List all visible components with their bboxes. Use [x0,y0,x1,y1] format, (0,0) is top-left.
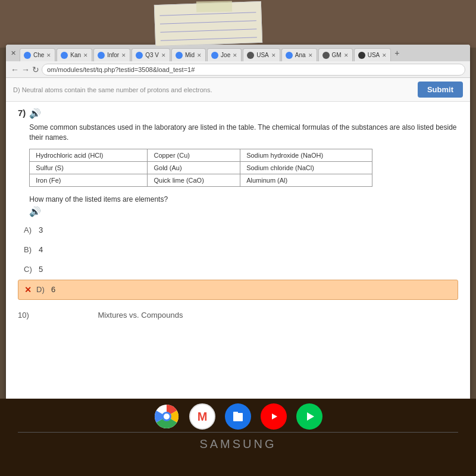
svg-rect-3 [233,413,243,421]
tab-label-ana: Ana [295,52,306,58]
tab-ana[interactable]: Ana ✕ [281,48,317,61]
table-row: Iron (Fe) Quick lime (CaO) Aluminum (Al) [30,174,372,186]
tab-bar: ✕ Che ✕ Kan ✕ Infor ✕ Q3 V ✕ Mid ✕ [6,45,470,61]
table-cell: Iron (Fe) [30,174,148,186]
tab-che[interactable]: Che ✕ [20,48,55,61]
tab-close-gm[interactable]: ✕ [344,52,349,58]
tape [196,1,232,12]
tab-label-joe: Joe [221,52,230,58]
youtube-icon[interactable] [261,403,287,430]
tab-close-infor[interactable]: ✕ [121,52,126,58]
question-7-area: 7) 🔊 Some common substances used in the … [6,102,470,307]
option-a[interactable]: A) 3 [18,221,458,239]
tab-usa1[interactable]: USA ✕ [243,48,280,61]
option-c-label: C) [24,265,39,274]
table-cell: Aluminum (Al) [240,174,372,186]
table-row: Sulfur (S) Gold (Au) Sodium chloride (Na… [30,161,372,174]
table-cell: Copper (Cu) [148,149,240,161]
tab-joe[interactable]: Joe ✕ [207,48,242,61]
tab-icon-kan [61,52,68,59]
tab-label-mid: Mid [185,52,195,58]
back-button[interactable]: ← [11,65,19,74]
table-cell: Gold (Au) [148,161,240,174]
substance-table: Hydrochloric acid (HCl) Copper (Cu) Sodi… [29,149,372,187]
tab-close-kan[interactable]: ✕ [83,52,88,58]
option-c-value: 5 [39,265,43,274]
tab-close-mid[interactable]: ✕ [197,52,202,58]
prev-question-text: D) Neutral atoms contain the same number… [13,86,418,93]
tab-q3v[interactable]: Q3 V ✕ [131,48,170,61]
tab-label-q3v: Q3 V [145,52,159,58]
audio-icon-q7[interactable]: 🔊 [29,108,41,119]
speaker-icon: 🔊 [29,108,41,119]
close-tab-icon[interactable]: ✕ [8,49,18,57]
svg-marker-6 [307,412,314,421]
table-cell: Quick lime (CaO) [148,174,240,186]
table-cell: Sodium hydroxide (NaOH) [240,149,372,161]
table-row: Hydrochloric acid (HCl) Copper (Cu) Sodi… [30,149,372,161]
url-text: om/modules/test/tq.php?testid=3508&load_… [47,66,195,73]
new-tab-icon[interactable]: + [392,48,402,58]
tab-label-kan: Kan [70,52,81,58]
browser-window: ✕ Che ✕ Kan ✕ Infor ✕ Q3 V ✕ Mid ✕ [6,45,470,399]
option-d-value: 6 [51,285,55,294]
tab-infor[interactable]: Infor ✕ [93,48,130,61]
question-10-number: 10) [18,311,29,320]
forward-button[interactable]: → [21,65,30,74]
samsung-logo: SAMSUNG [0,437,476,455]
tab-label-che: Che [33,52,44,58]
table-cell: Sulfur (S) [30,161,148,174]
audio-icon-q7b[interactable]: 🔊 [29,206,458,217]
tab-mid[interactable]: Mid ✕ [171,48,206,61]
address-bar-area: ← → ↻ om/modules/test/tq.php?testid=3508… [6,61,470,78]
tab-close-q3v[interactable]: ✕ [161,52,166,58]
question-10-area: 10) Mixtures vs. Compounds [6,307,470,323]
table-cell: Sodium chloride (NaCl) [240,161,372,174]
speaker-icon-2: 🔊 [29,206,41,217]
tab-icon-joe [211,52,218,59]
taskbar: M SAMSUNG [0,399,476,476]
taskbar-separator [18,432,458,433]
how-many-text: How many of the listed items are element… [29,195,458,203]
option-a-value: 3 [39,226,43,234]
tab-close-che[interactable]: ✕ [46,52,51,58]
option-b-label: B) [24,245,39,254]
svg-rect-4 [233,412,238,414]
tab-label-gm: GM [332,52,342,58]
question-7-text: Some common substances used in the labor… [29,123,458,143]
reload-button[interactable]: ↻ [32,65,39,74]
option-d[interactable]: ✕ D) 6 [18,280,458,300]
submit-area: D) Neutral atoms contain the same number… [6,78,470,102]
option-d-label: D) [36,285,51,294]
tab-close-ana[interactable]: ✕ [308,52,313,58]
files-icon[interactable] [225,403,251,430]
tab-icon-che [24,52,31,59]
option-c[interactable]: C) 5 [18,260,458,278]
chrome-icon[interactable] [154,403,180,430]
question-7-number: 7) [18,108,26,118]
tab-close-usa2[interactable]: ✕ [382,52,387,58]
option-a-label: A) [24,226,39,234]
svg-point-2 [164,414,170,419]
tab-usa2[interactable]: USA ✕ [354,48,392,61]
address-input[interactable]: om/modules/test/tq.php?testid=3508&load_… [42,64,465,76]
tab-close-usa1[interactable]: ✕ [271,52,276,58]
tab-label-infor: Infor [107,52,119,58]
table-cell: Hydrochloric acid (HCl) [30,149,148,161]
tab-close-joe[interactable]: ✕ [233,52,237,58]
tab-icon-gm [322,52,330,59]
tab-icon-mid [176,52,183,59]
tab-icon-usa1 [247,52,254,59]
option-b[interactable]: B) 4 [18,240,458,259]
tab-label-usa1: USA [256,52,269,58]
option-b-value: 4 [39,245,43,254]
gmail-icon[interactable]: M [189,403,215,430]
submit-button[interactable]: Submit [418,82,463,98]
gmail-letter: M [198,410,208,424]
play-store-icon[interactable] [296,403,322,430]
tab-kan[interactable]: Kan ✕ [57,48,92,61]
tab-icon-usa2 [358,52,365,59]
svg-marker-5 [272,414,277,419]
wrong-x-icon: ✕ [24,285,32,295]
tab-gm[interactable]: GM ✕ [318,48,353,61]
